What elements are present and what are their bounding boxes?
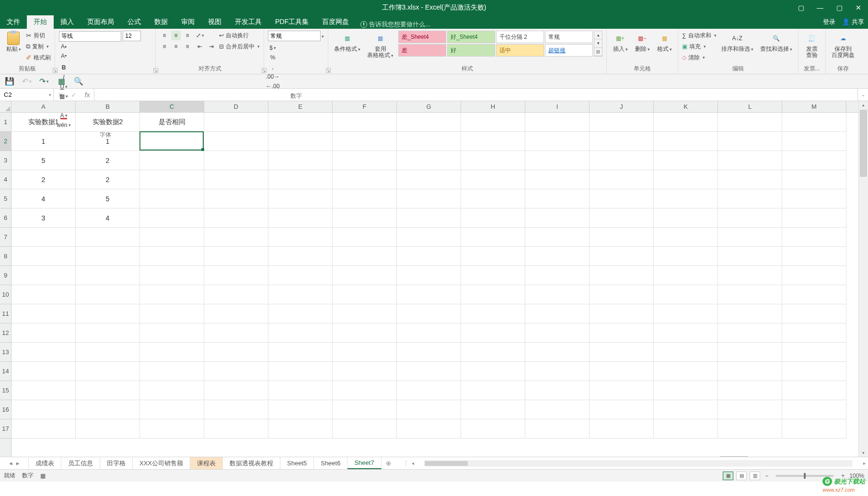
percent-button[interactable]: % <box>268 53 278 62</box>
cell-L16[interactable] <box>718 400 782 419</box>
cell-G2[interactable] <box>397 132 461 151</box>
col-header-L[interactable]: L <box>718 101 782 112</box>
cell-H13[interactable] <box>461 343 525 362</box>
cell-F16[interactable] <box>333 400 397 419</box>
style-cell-7[interactable]: 超链接 <box>545 44 593 57</box>
cell-G3[interactable] <box>397 151 461 170</box>
cell-A15[interactable] <box>12 381 76 400</box>
cell-K8[interactable] <box>654 247 718 266</box>
cell-A4[interactable]: 2 <box>12 170 76 189</box>
increase-decimal[interactable]: .00→ <box>268 72 278 81</box>
cell-M7[interactable] <box>782 228 846 247</box>
maximize-button[interactable]: ▢ <box>830 0 849 15</box>
cell-K14[interactable] <box>654 362 718 381</box>
cell-C5[interactable] <box>140 189 204 208</box>
tab-PDF工具集[interactable]: PDF工具集 <box>268 15 315 29</box>
cell-F14[interactable] <box>333 362 397 381</box>
cell-I6[interactable] <box>525 208 590 228</box>
cell-L11[interactable] <box>718 304 782 323</box>
find-select[interactable]: 🔍查找和选择▾ <box>758 31 794 54</box>
cell-G10[interactable] <box>397 285 461 304</box>
cell-J14[interactable] <box>590 362 654 381</box>
cell-L8[interactable] <box>718 247 782 266</box>
cell-K12[interactable] <box>654 323 718 343</box>
sheet-tab-XXX公司销售额[interactable]: XXX公司销售额 <box>133 457 190 469</box>
indent-button[interactable]: ⇥ <box>207 42 216 51</box>
tell-me[interactable]: 告诉我您想要做什么... <box>360 20 430 29</box>
cell-C1[interactable]: 是否相同 <box>140 113 204 132</box>
cell-K1[interactable] <box>654 113 718 132</box>
cell-D15[interactable] <box>204 381 268 400</box>
cell-L2[interactable] <box>718 132 782 151</box>
cell-M6[interactable] <box>782 208 846 228</box>
cell-A16[interactable] <box>12 400 76 419</box>
qat-undo[interactable]: ↶▾ <box>22 77 32 86</box>
cell-I11[interactable] <box>525 304 590 323</box>
cell-A13[interactable] <box>12 343 76 362</box>
row-header-9[interactable]: 9 <box>0 266 11 285</box>
cell-M13[interactable] <box>782 343 846 362</box>
qat-save[interactable]: 💾 <box>5 77 14 86</box>
zoom-out[interactable]: − <box>763 473 770 479</box>
sheet-tab-Sheet5[interactable]: Sheet5 <box>280 457 314 469</box>
col-header-I[interactable]: I <box>525 101 590 112</box>
cell-L6[interactable] <box>718 208 782 228</box>
tab-页面布局[interactable]: 页面布局 <box>81 15 121 29</box>
row-header-16[interactable]: 16 <box>0 400 11 419</box>
tab-数据[interactable]: 数据 <box>148 15 174 29</box>
cell-G16[interactable] <box>397 400 461 419</box>
tab-视图[interactable]: 视图 <box>201 15 228 29</box>
sheet-tab-田字格[interactable]: 田字格 <box>100 457 133 469</box>
row-header-8[interactable]: 8 <box>0 247 11 266</box>
cell-H8[interactable] <box>461 247 525 266</box>
cell-I12[interactable] <box>525 323 590 343</box>
row-header-14[interactable]: 14 <box>0 362 11 381</box>
cell-J16[interactable] <box>590 400 654 419</box>
cell-G8[interactable] <box>397 247 461 266</box>
format-cells[interactable]: ▦格式▾ <box>655 31 674 54</box>
tab-百度网盘[interactable]: 百度网盘 <box>315 15 356 29</box>
cell-J5[interactable] <box>590 189 654 208</box>
share[interactable]: 👤 共享 <box>842 18 864 26</box>
format-as-table[interactable]: ▦ 套用 表格格式▾ <box>365 31 395 60</box>
cell-E5[interactable] <box>268 189 333 208</box>
border-button[interactable]: ▦▾ <box>59 92 69 101</box>
cell-G5[interactable] <box>397 189 461 208</box>
cell-B10[interactable] <box>76 285 140 304</box>
cell-H4[interactable] <box>461 170 525 189</box>
cell-A14[interactable] <box>12 362 76 381</box>
cell-E15[interactable] <box>268 381 333 400</box>
cell-J17[interactable] <box>590 419 654 438</box>
cell-E6[interactable] <box>268 208 333 228</box>
cell-F3[interactable] <box>333 151 397 170</box>
col-header-J[interactable]: J <box>590 101 654 112</box>
cell-C6[interactable] <box>140 208 204 228</box>
align-middle[interactable]: ≡ <box>171 31 181 40</box>
cell-L1[interactable] <box>718 113 782 132</box>
cell-B2[interactable]: 1 <box>76 132 140 151</box>
cell-L15[interactable] <box>718 381 782 400</box>
cell-K16[interactable] <box>654 400 718 419</box>
select-all-corner[interactable] <box>0 101 12 113</box>
row-header-7[interactable]: 7 <box>0 228 11 247</box>
cell-M9[interactable] <box>782 266 846 285</box>
cell-C17[interactable] <box>140 419 204 438</box>
cell-D4[interactable] <box>204 170 268 189</box>
cell-J6[interactable] <box>590 208 654 228</box>
tab-审阅[interactable]: 审阅 <box>174 15 201 29</box>
cell-B7[interactable] <box>76 228 140 247</box>
cell-J8[interactable] <box>590 247 654 266</box>
col-header-A[interactable]: A <box>12 101 76 112</box>
vscroll-thumb[interactable] <box>860 110 867 177</box>
tab-插入[interactable]: 插入 <box>54 15 81 29</box>
cell-D11[interactable] <box>204 304 268 323</box>
cell-F11[interactable] <box>333 304 397 323</box>
column-headers[interactable]: ABCDEFGHIJKLM <box>12 101 858 113</box>
style-cell-4[interactable]: 差 <box>398 44 446 57</box>
cell-E13[interactable] <box>268 343 333 362</box>
cell-C9[interactable] <box>140 266 204 285</box>
cell-K13[interactable] <box>654 343 718 362</box>
cell-A17[interactable] <box>12 419 76 438</box>
copy-button[interactable]: ⧉复制▾ <box>26 42 51 51</box>
cell-F1[interactable] <box>333 113 397 132</box>
